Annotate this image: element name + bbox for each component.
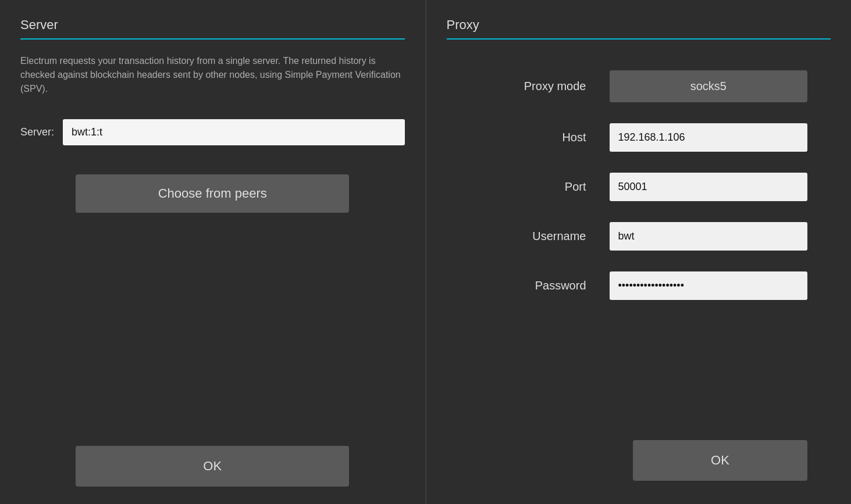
proxy-mode-label: Proxy mode <box>470 80 586 93</box>
proxy-username-label: Username <box>470 230 586 243</box>
proxy-ok-button[interactable]: OK <box>633 440 807 481</box>
proxy-form: Proxy mode socks5 Host Port Username Pas… <box>447 60 831 310</box>
server-panel-title: Server <box>20 17 405 33</box>
server-row: Server: <box>20 119 405 145</box>
server-ok-button[interactable]: OK <box>76 446 349 487</box>
proxy-host-input[interactable] <box>610 123 808 152</box>
server-input[interactable] <box>63 119 404 145</box>
server-description: Electrum requests your transaction histo… <box>20 54 405 96</box>
proxy-password-label: Password <box>470 279 586 292</box>
server-divider <box>20 38 405 40</box>
proxy-password-input[interactable] <box>610 271 808 300</box>
proxy-port-row: Port <box>447 162 831 212</box>
proxy-port-label: Port <box>470 180 586 194</box>
proxy-ok-row: OK <box>447 428 831 487</box>
choose-from-peers-button[interactable]: Choose from peers <box>76 174 349 213</box>
proxy-username-row: Username <box>447 212 831 261</box>
proxy-username-input[interactable] <box>610 222 808 251</box>
proxy-panel-title: Proxy <box>447 17 831 33</box>
proxy-host-row: Host <box>447 113 831 162</box>
proxy-mode-row: Proxy mode socks5 <box>447 60 831 113</box>
proxy-password-row: Password <box>447 261 831 310</box>
proxy-mode-button[interactable]: socks5 <box>610 70 808 102</box>
proxy-panel: Proxy Proxy mode socks5 Host Port Userna… <box>426 0 852 504</box>
proxy-host-label: Host <box>470 131 586 144</box>
server-label: Server: <box>20 126 54 138</box>
proxy-port-input[interactable] <box>610 173 808 201</box>
server-panel: Server Electrum requests your transactio… <box>0 0 426 504</box>
proxy-divider <box>447 38 831 40</box>
